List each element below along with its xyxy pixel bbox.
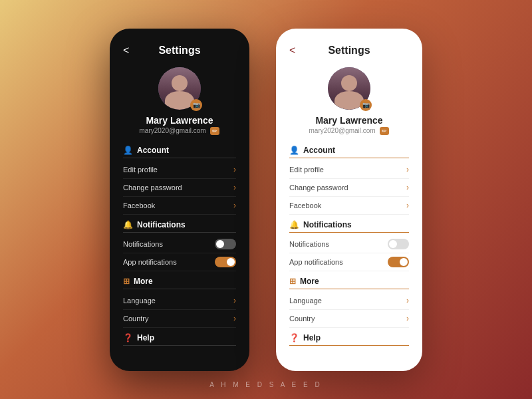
light-notifications-toggle[interactable] (388, 239, 409, 249)
dark-app-notifications-toggle[interactable] (215, 257, 236, 267)
dark-notifications-toggle[interactable] (215, 239, 236, 249)
light-avatar-wrap: 📷 (328, 67, 370, 110)
dark-account-header: 👤 Account (123, 146, 236, 158)
light-edit-badge[interactable]: ✏ (380, 127, 389, 135)
dark-notifications-toggle-row: Notifications (123, 235, 236, 253)
light-help-label: Help (303, 333, 321, 342)
light-more-header: ⊞ More (289, 277, 409, 289)
dark-back-button[interactable]: < (123, 45, 129, 57)
dark-edit-chevron: › (233, 165, 236, 174)
dark-help-section: ❓ Help (123, 333, 236, 346)
dark-notifications-section: 🔔 Notifications Notifications App notifi… (123, 220, 236, 271)
dark-app-notifications-toggle-row: App notifications (123, 253, 236, 271)
dark-account-section: 👤 Account Edit profile › Change password… (123, 146, 236, 215)
dark-camera-badge[interactable]: 📷 (190, 99, 202, 111)
light-app-notifications-label: App notifications (289, 258, 343, 266)
dark-country[interactable]: Country › (123, 310, 236, 328)
light-notifications-label: Notifications (303, 220, 352, 229)
light-account-section: 👤 Account Edit profile › Change password… (289, 146, 409, 215)
dark-facebook[interactable]: Facebook › (123, 197, 236, 215)
dark-notifications-toggle-label: Notifications (123, 240, 163, 248)
dark-notifications-header: 🔔 Notifications (123, 220, 236, 233)
phones-container: < Settings 📷 Mary Lawrence mary2020@gmai… (110, 29, 422, 371)
light-help-section: ❓ Help (289, 333, 409, 346)
light-more-label: More (300, 277, 319, 286)
light-back-button[interactable]: < (289, 45, 295, 57)
light-help-icon: ❓ (289, 333, 299, 342)
light-country[interactable]: Country › (289, 310, 409, 328)
light-user-name: Mary Lawrence (315, 115, 382, 126)
light-user-email: mary2020@gmail.com ✏ (309, 127, 390, 135)
dark-language[interactable]: Language › (123, 292, 236, 310)
light-app-notifications-toggle[interactable] (388, 257, 409, 267)
light-bell-icon: 🔔 (289, 220, 299, 229)
dark-more-icon: ⊞ (123, 277, 130, 286)
light-country-chevron: › (406, 314, 409, 323)
dark-password-chevron: › (233, 183, 236, 192)
dark-avatar-wrap: 📷 (158, 67, 201, 110)
light-edit-profile[interactable]: Edit profile › (289, 161, 409, 179)
light-change-password[interactable]: Change password › (289, 179, 409, 197)
dark-help-header[interactable]: ❓ Help (123, 333, 236, 346)
dark-help-icon: ❓ (123, 333, 133, 342)
light-settings-title: Settings (328, 45, 370, 57)
dark-user-email: mary2020@gmail.com ✏ (140, 127, 220, 135)
light-more-icon: ⊞ (289, 277, 296, 286)
light-language-chevron: › (406, 296, 409, 305)
dark-app-notifications-label: App notifications (123, 258, 177, 266)
light-account-icon: 👤 (289, 146, 299, 155)
dark-language-chevron: › (233, 296, 236, 305)
dark-avatar-section: 📷 Mary Lawrence mary2020@gmail.com ✏ (123, 67, 236, 135)
light-phone: < Settings 📷 Mary Lawrence mary2020@gmai… (276, 29, 422, 371)
light-notifications-toggle-label: Notifications (289, 240, 329, 248)
watermark-text: A H M E D S A E E D (209, 381, 322, 388)
dark-bell-icon: 🔔 (123, 220, 133, 229)
light-facebook-chevron: › (406, 201, 409, 210)
light-notifications-header: 🔔 Notifications (289, 220, 409, 233)
dark-change-password[interactable]: Change password › (123, 179, 236, 197)
light-account-header: 👤 Account (289, 146, 409, 158)
light-camera-badge[interactable]: 📷 (360, 99, 372, 111)
dark-country-chevron: › (233, 314, 236, 323)
light-notifications-toggle-row: Notifications (289, 235, 409, 253)
light-language[interactable]: Language › (289, 292, 409, 310)
dark-more-label: More (134, 277, 153, 286)
dark-account-label: Account (137, 146, 169, 155)
light-avatar-section: 📷 Mary Lawrence mary2020@gmail.com ✏ (289, 67, 409, 135)
dark-account-icon: 👤 (123, 146, 133, 155)
dark-phone-header: < Settings (123, 45, 236, 57)
light-edit-chevron: › (406, 165, 409, 174)
light-password-chevron: › (406, 183, 409, 192)
light-notifications-section: 🔔 Notifications Notifications App notifi… (289, 220, 409, 271)
dark-help-label: Help (137, 333, 154, 342)
light-help-header[interactable]: ❓ Help (289, 333, 409, 346)
dark-user-name: Mary Lawrence (146, 115, 213, 126)
light-more-section: ⊞ More Language › Country › (289, 277, 409, 328)
dark-facebook-chevron: › (233, 201, 236, 210)
dark-phone: < Settings 📷 Mary Lawrence mary2020@gmai… (110, 29, 249, 371)
light-account-label: Account (303, 146, 335, 155)
dark-notifications-label: Notifications (137, 220, 186, 229)
light-app-notifications-toggle-row: App notifications (289, 253, 409, 271)
dark-more-header: ⊞ More (123, 277, 236, 289)
dark-edit-badge[interactable]: ✏ (210, 127, 219, 135)
dark-settings-title: Settings (158, 45, 200, 57)
dark-more-section: ⊞ More Language › Country › (123, 277, 236, 328)
light-facebook[interactable]: Facebook › (289, 197, 409, 215)
light-phone-header: < Settings (289, 45, 409, 57)
dark-edit-profile[interactable]: Edit profile › (123, 161, 236, 179)
